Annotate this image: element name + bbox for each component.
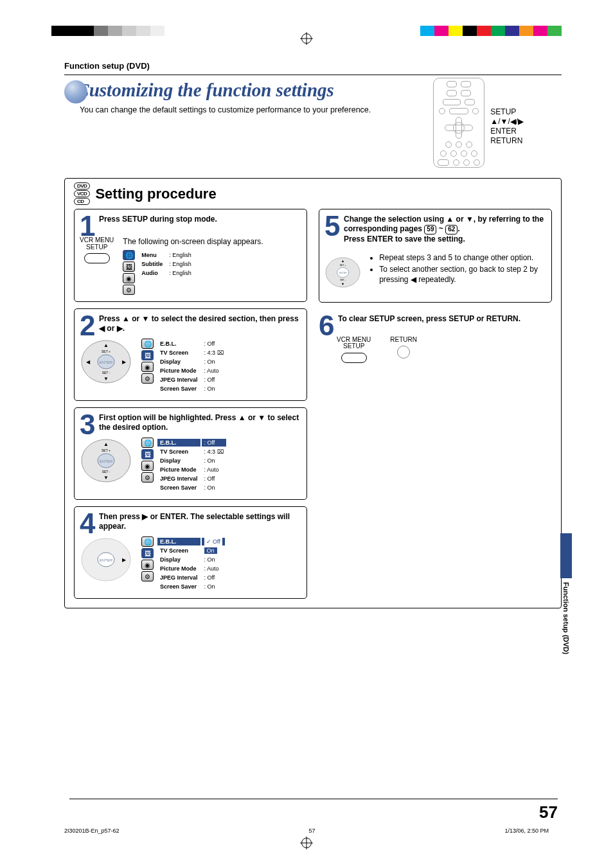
step-number: 6 (319, 314, 332, 337)
print-registration-top (0, 0, 613, 45)
misc-icon: ⚙ (141, 571, 154, 581)
svg-text:▼: ▼ (103, 475, 109, 481)
svg-text:SET +: SET + (102, 350, 111, 353)
return-button-graphic: RETURN (390, 337, 417, 359)
label-arrows: ▲/▼/◀/▶ (490, 117, 524, 127)
globe-icon: 🌐 (123, 250, 135, 260)
picture-icon: 🖼 (141, 449, 154, 459)
step-3: 3 First option will be highlighted. Pres… (74, 407, 307, 500)
osd-menu-3: E.B.L.: Off TV Screen: 4:3 Display: On P… (156, 438, 227, 493)
svg-text:▼: ▼ (103, 376, 109, 382)
picture-icon: 🖼 (141, 350, 154, 360)
svg-text:▲: ▲ (103, 441, 109, 447)
step-4: 4 Then press ▶ or ENTER. The selectable … (74, 506, 307, 599)
misc-icon: ⚙ (141, 373, 154, 384)
label-setup: SETUP (490, 107, 524, 117)
misc-icon: ⚙ (123, 285, 135, 295)
label-return: RETURN (490, 136, 524, 146)
svg-text:▶: ▶ (122, 557, 127, 563)
setup-button-graphic: VCR MENU SETUP (80, 237, 114, 263)
remote-illustration (433, 78, 484, 168)
dpad-graphic: ENTER▲▼SET +SET - (324, 249, 361, 296)
misc-icon: ⚙ (141, 472, 154, 483)
globe-icon: 🌐 (141, 438, 154, 448)
svg-text:▲: ▲ (103, 342, 109, 348)
svg-text:SET +: SET + (340, 264, 346, 267)
registration-mark-icon (301, 33, 312, 44)
svg-text:◀: ◀ (86, 359, 91, 365)
svg-text:ENTER: ENTER (100, 360, 113, 364)
page-content: Function setup (DVD) Customizing the fun… (0, 45, 613, 615)
color-swatches-left (51, 26, 164, 36)
remote-callout-labels: SETUP ▲/▼/◀/▶ ENTER RETURN (490, 107, 524, 146)
step-number: 5 (324, 215, 338, 237)
picture-icon: 🖼 (123, 261, 135, 272)
svg-text:▲: ▲ (341, 258, 345, 262)
procedure-box: DVD VCD CD Setting procedure 1 Press SET… (64, 178, 562, 608)
globe-icon: 🌐 (141, 536, 154, 547)
svg-text:ENTER: ENTER (100, 459, 113, 463)
step-2: 2 Press ▲ or ▼ to select the desired sec… (74, 308, 307, 401)
step-title: To clear SETUP screen, press SETUP or RE… (338, 314, 546, 324)
section-header: Function setup (DVD) (64, 61, 562, 71)
audio-icon: ◉ (141, 560, 154, 570)
page-title: Customizing the function settings (76, 80, 333, 100)
dpad-graphic: ENTER▶ (80, 536, 132, 583)
step-number: 4 (80, 512, 93, 535)
globe-icon: 🌐 (141, 339, 154, 349)
audio-icon: ◉ (123, 273, 135, 283)
svg-text:SET +: SET + (102, 448, 111, 452)
step-title: Change the selection using ▲ or ▼, by re… (344, 215, 545, 244)
picture-icon: 🖼 (141, 548, 154, 558)
dpad-graphic: ENTER▲▼◀▶SET +SET - (80, 339, 132, 385)
step-5: 5 Change the selection using ▲ or ▼, by … (319, 209, 552, 303)
step-title: Press ▲ or ▼ to select the desired secti… (99, 314, 300, 333)
audio-icon: ◉ (141, 461, 154, 471)
step-number: 2 (80, 314, 93, 337)
thumb-index-tab: Function setup (DVD) (560, 533, 572, 654)
setup-button-graphic: VCR MENU SETUP (337, 337, 371, 363)
step-6: 6 To clear SETUP screen, press SETUP or … (319, 309, 552, 369)
color-swatches-right (420, 26, 562, 36)
step-number: 1 (80, 215, 93, 237)
svg-text:▶: ▶ (122, 359, 127, 365)
dpad-graphic: ENTER▲▼SET +SET - (80, 438, 132, 484)
step-title: Press SETUP during stop mode. (99, 215, 300, 224)
disc-type-badges: DVD VCD CD (74, 182, 90, 205)
svg-text:ENTER: ENTER (100, 558, 113, 562)
osd-menu-1: Menu: English Subtitle: English Audio: E… (138, 250, 195, 278)
page-subtitle: You can change the default settings to c… (80, 105, 414, 116)
osd-menu-2: E.B.L.: Off TV Screen: 4:3 Display: On P… (156, 339, 227, 394)
svg-text:SET -: SET - (340, 279, 346, 281)
svg-text:ENTER: ENTER (339, 272, 347, 274)
step-title: Then press ▶ or ENTER. The selectable se… (99, 512, 300, 531)
label-enter: ENTER (490, 127, 524, 136)
svg-text:SET -: SET - (102, 470, 111, 474)
step-5-bullets: Repeat steps 3 and 5 to change other opt… (379, 253, 545, 287)
registration-mark-icon (301, 838, 312, 848)
procedure-title: Setting procedure (95, 186, 216, 202)
step-1: 1 Press SETUP during stop mode. VCR MENU… (74, 209, 307, 302)
print-footer: 2I30201B-En_p57-62 57 1/13/06, 2:50 PM (64, 828, 549, 834)
step-title: First option will be highlighted. Press … (99, 413, 300, 432)
audio-icon: ◉ (141, 362, 154, 372)
page-number: 57 (539, 802, 558, 822)
title-sphere-icon (64, 80, 87, 103)
step-number: 3 (80, 413, 93, 436)
osd-menu-4: E.B.L.✓ Off TV ScreenOn Display: On Pict… (156, 536, 226, 592)
svg-text:▼: ▼ (341, 282, 345, 286)
svg-text:SET -: SET - (102, 371, 111, 375)
step-body-text: The following on-screen display appears. (123, 237, 300, 246)
